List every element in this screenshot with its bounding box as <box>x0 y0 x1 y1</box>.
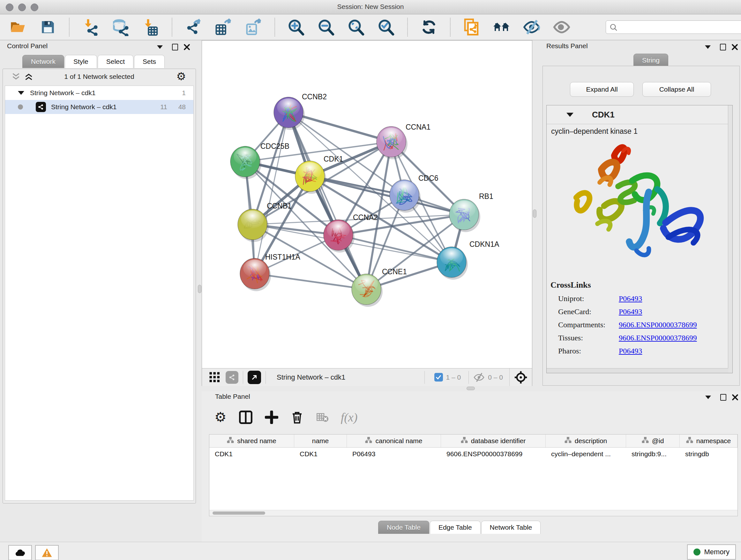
save-session-icon[interactable] <box>39 18 57 36</box>
tab-network-table[interactable]: Network Table <box>481 521 541 534</box>
refresh-icon[interactable] <box>420 18 438 36</box>
zoom-in-icon[interactable] <box>287 18 305 36</box>
selected-checkbox[interactable] <box>434 373 443 381</box>
scrollbar-thumb[interactable] <box>212 511 265 515</box>
search-input[interactable] <box>606 20 741 34</box>
delete-table-icon[interactable] <box>316 411 329 424</box>
memory-button[interactable]: Memory <box>687 544 736 560</box>
results-vertical-scrollbar[interactable] <box>728 105 732 373</box>
network-node-CCNA1[interactable] <box>377 126 408 159</box>
table-cell[interactable]: CDK1 <box>209 450 294 458</box>
export-network-icon[interactable] <box>185 18 202 36</box>
table-cell[interactable]: stringdb:9... <box>626 450 680 458</box>
column-header-namespace[interactable]: namespace <box>680 435 738 447</box>
cloud-button[interactable] <box>8 545 32 560</box>
import-network-file-icon[interactable] <box>82 18 99 36</box>
column-header-@id[interactable]: @id <box>626 435 680 447</box>
crosslink-link[interactable]: 9606.ENSP00000378699 <box>619 334 697 342</box>
network-thumbnail-icon[interactable] <box>226 371 239 384</box>
show-columns-icon[interactable] <box>239 410 253 424</box>
network-row[interactable]: String Network – cdk1 11 48 <box>5 100 193 114</box>
tab-string[interactable]: String <box>633 54 668 67</box>
network-edge[interactable] <box>255 273 366 289</box>
export-table-icon[interactable] <box>214 18 232 36</box>
table-cell[interactable]: P06493 <box>347 450 441 458</box>
zoom-out-icon[interactable] <box>317 18 335 36</box>
table-cell[interactable]: 9606.ENSP00000378699 <box>441 450 546 458</box>
panel-collapse-icon[interactable] <box>156 43 164 51</box>
panel-close-icon[interactable] <box>731 393 739 401</box>
network-node-RB1[interactable] <box>449 199 480 232</box>
collection-expand-icon[interactable] <box>18 91 24 95</box>
column-header-name[interactable]: name <box>294 435 347 447</box>
detach-view-icon[interactable] <box>248 371 261 384</box>
table-settings-gear-icon[interactable]: ⚙ <box>214 411 226 424</box>
tab-node-table[interactable]: Node Table <box>378 521 429 534</box>
panel-close-icon[interactable] <box>183 43 191 51</box>
column-header-shared-name[interactable]: shared name <box>209 435 294 447</box>
crosslink-label: Uniprot: <box>558 294 619 303</box>
export-image-icon[interactable] <box>245 18 262 36</box>
panel-float-icon[interactable] <box>719 43 727 51</box>
results-horizontal-scrollbar[interactable] <box>547 368 728 373</box>
crosslink-link[interactable]: 9606.ENSP00000378699 <box>619 320 697 329</box>
string-copy-icon[interactable] <box>463 18 481 36</box>
hide-selected-icon[interactable] <box>523 18 541 36</box>
table-cell[interactable]: stringdb <box>680 450 738 458</box>
tab-sets[interactable]: Sets <box>134 55 165 68</box>
warnings-button[interactable] <box>35 545 59 560</box>
table-cell[interactable]: cyclin–dependent ... <box>546 450 626 458</box>
gear-icon[interactable]: ⚙ <box>177 71 186 82</box>
network-view[interactable]: CCNB2CCNA1CDC25BCDK1CDC6RB1CCNB1CCNA2CDK… <box>202 40 532 386</box>
collapse-section-icon[interactable] <box>566 113 574 117</box>
home-icon[interactable] <box>493 18 511 36</box>
tab-edge-table[interactable]: Edge Table <box>430 521 481 534</box>
crosslink-link[interactable]: P06493 <box>619 294 642 303</box>
network-node-CDC25B[interactable] <box>230 146 261 179</box>
grid-view-icon[interactable] <box>209 372 220 383</box>
collapse-all-button[interactable]: Collapse All <box>643 82 711 97</box>
tab-select[interactable]: Select <box>98 55 133 68</box>
panel-close-icon[interactable] <box>731 43 739 51</box>
function-builder-icon[interactable]: f(x) <box>341 410 358 424</box>
network-edge[interactable] <box>288 112 366 289</box>
table-horizontal-scrollbar[interactable] <box>209 510 738 516</box>
column-header-description[interactable]: description <box>546 435 626 447</box>
network-node-CCNE1[interactable] <box>352 274 383 307</box>
create-column-icon[interactable] <box>265 411 278 424</box>
protein-card-header[interactable]: CDK1 <box>547 105 732 124</box>
expand-all-button[interactable]: Expand All <box>570 82 634 97</box>
network-collection-row[interactable]: String Network – cdk1 1 <box>5 86 193 100</box>
column-header-canonical-name[interactable]: canonical name <box>347 435 441 447</box>
panel-float-icon[interactable] <box>171 43 179 51</box>
open-session-icon[interactable] <box>9 18 27 36</box>
vertical-splitter-handle[interactable] <box>198 285 201 293</box>
network-node-CDC6[interactable] <box>390 180 421 212</box>
protein-name: CDK1 <box>592 110 615 120</box>
panel-collapse-icon[interactable] <box>704 393 712 401</box>
table-cell[interactable]: CDK1 <box>294 450 347 458</box>
zoom-fit-icon[interactable] <box>347 18 365 36</box>
import-table-file-icon[interactable] <box>142 18 159 36</box>
network-node-CCNA2[interactable] <box>324 220 354 253</box>
network-manager: 1 of 1 Network selected ⚙ String Network… <box>3 69 196 503</box>
network-canvas[interactable]: CCNB2CCNA1CDC25BCDK1CDC6RB1CCNB1CCNA2CDK… <box>202 41 532 368</box>
fit-content-icon[interactable] <box>514 371 528 384</box>
crosslink-link[interactable]: P06493 <box>619 347 642 355</box>
crosslink-link[interactable]: P06493 <box>619 307 642 316</box>
show-all-icon[interactable] <box>553 18 570 36</box>
delete-column-icon[interactable] <box>290 411 304 424</box>
import-network-database-icon[interactable] <box>112 18 130 36</box>
horizontal-splitter-handle[interactable] <box>467 387 475 390</box>
vertical-splitter-handle[interactable] <box>533 209 536 218</box>
network-node-HIST1H1A[interactable] <box>240 258 271 291</box>
panel-float-icon[interactable] <box>719 393 727 401</box>
column-header-database-identifier[interactable]: database identifier <box>441 435 546 447</box>
zoom-selected-icon[interactable] <box>377 18 395 36</box>
table-row[interactable]: CDK1CDK1P064939606.ENSP00000378699cyclin… <box>209 448 738 460</box>
network-node-CDKN1A[interactable] <box>437 247 468 280</box>
network-node-CDK1[interactable] <box>295 161 326 194</box>
tab-style[interactable]: Style <box>65 55 97 68</box>
tab-network[interactable]: Network <box>22 55 64 68</box>
panel-collapse-icon[interactable] <box>704 43 712 51</box>
